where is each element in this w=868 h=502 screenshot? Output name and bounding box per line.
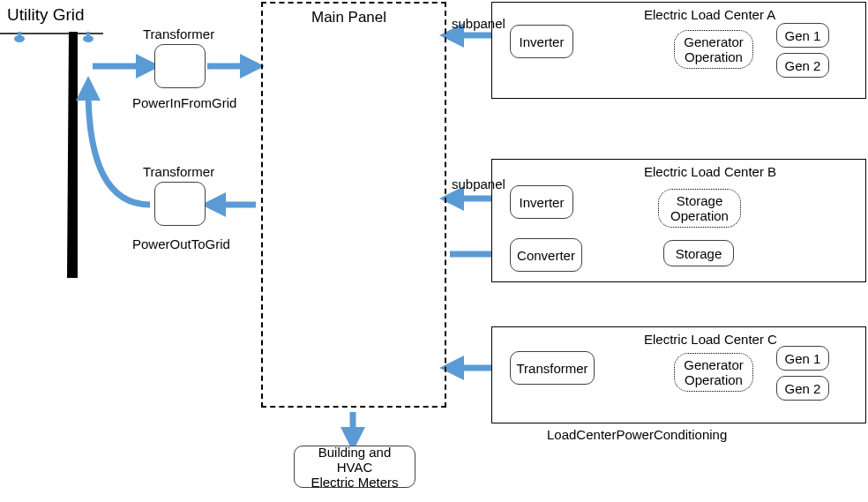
load-center-b-subpanel: subpanel bbox=[452, 176, 505, 191]
load-center-b-op: Storage Operation bbox=[658, 189, 741, 228]
transformer-in-box bbox=[154, 44, 206, 88]
load-center-a-op: Generator Operation bbox=[674, 30, 753, 69]
svg-rect-3 bbox=[18, 32, 21, 37]
load-center-a-inverter: Inverter bbox=[510, 25, 573, 58]
load-center-c-title: Electric Load Center C bbox=[644, 332, 777, 347]
svg-rect-4 bbox=[86, 32, 90, 37]
load-center-c-gen1: Gen 1 bbox=[776, 346, 829, 371]
svg-point-2 bbox=[83, 35, 94, 42]
utility-grid-label: Utility Grid bbox=[7, 5, 85, 25]
load-center-b-storage: Storage bbox=[663, 240, 734, 266]
transformer-in-label: Transformer bbox=[143, 26, 214, 41]
load-center-a-gen2: Gen 2 bbox=[776, 53, 829, 78]
load-center-a-title: Electric Load Center A bbox=[644, 7, 775, 22]
svg-marker-5 bbox=[67, 32, 78, 278]
load-center-a-subpanel: subpanel bbox=[452, 16, 505, 31]
transformer-out-box bbox=[154, 182, 206, 226]
load-center-b-converter: Converter bbox=[510, 238, 582, 272]
transformer-out-caption: PowerOutToGrid bbox=[132, 236, 230, 251]
load-center-c-gen2: Gen 2 bbox=[776, 376, 829, 401]
meters-box: Building and HVAC Electric Meters bbox=[294, 446, 415, 488]
main-panel bbox=[261, 2, 446, 408]
transformer-in-caption: PowerInFromGrid bbox=[132, 95, 236, 110]
load-center-c-op: Generator Operation bbox=[674, 353, 753, 392]
load-center-c-transformer: Transformer bbox=[510, 351, 595, 385]
load-center-b-title: Electric Load Center B bbox=[644, 164, 776, 179]
load-center-c-footnote: LoadCenterPowerConditioning bbox=[547, 427, 727, 442]
transformer-out-label: Transformer bbox=[143, 164, 214, 179]
load-center-b-inverter: Inverter bbox=[510, 185, 573, 219]
svg-point-1 bbox=[14, 35, 25, 42]
main-panel-title: Main Panel bbox=[311, 9, 386, 26]
load-center-a-gen1: Gen 1 bbox=[776, 23, 829, 48]
